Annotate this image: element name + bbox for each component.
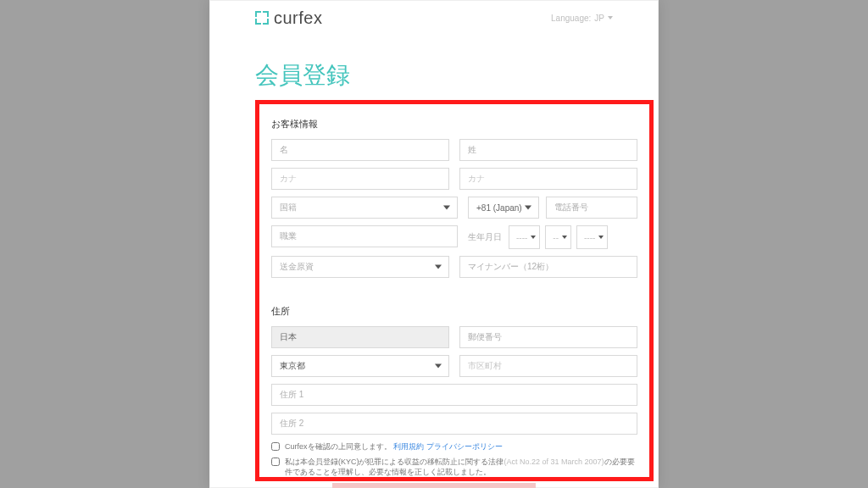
brand-logo: curfex (255, 8, 322, 28)
language-label: Language: (551, 14, 591, 23)
last-name-input[interactable]: 姓 (459, 139, 637, 161)
header: curfex Language: JP (209, 0, 659, 36)
kyc-checkbox[interactable] (271, 458, 280, 466)
dob-month-select[interactable]: -- (545, 225, 571, 249)
section-address: 住所 (271, 305, 637, 318)
dob-day-select[interactable]: ---- (576, 225, 608, 249)
submit-button-clipped[interactable] (332, 483, 536, 488)
kyc-checkbox-row: 私は本会員登録(KYC)が犯罪による収益の移転防止に関する法律(Act No.2… (271, 457, 637, 477)
address1-input[interactable]: 住所 1 (271, 384, 637, 406)
occupation-input[interactable]: 職業 (271, 225, 458, 247)
chevron-down-icon (608, 16, 613, 19)
kyc-text: 私は本会員登録(KYC)が犯罪による収益の移転防止に関する法律(Act No.2… (285, 457, 637, 477)
country-field: 日本 (271, 326, 449, 348)
logo-mark-icon (255, 11, 269, 25)
terms-checkbox[interactable] (271, 442, 280, 451)
dob-group: 生年月日 ---- -- ---- (468, 225, 637, 249)
section-customer-info: お客様情報 (271, 118, 637, 130)
chevron-down-icon (443, 206, 450, 210)
language-switcher[interactable]: Language: JP (551, 14, 613, 23)
chevron-down-icon (562, 236, 567, 239)
chevron-down-icon (531, 236, 536, 239)
highlight-box: お客様情報 名 姓 カナ カナ 国籍 +81 (Japan) 電話番号 職業 生… (255, 100, 654, 481)
postal-code-input[interactable]: 郵便番号 (459, 326, 637, 348)
address2-input[interactable]: 住所 2 (271, 413, 637, 435)
remittance-source-select[interactable]: 送金原資 (271, 256, 449, 278)
terms-checkbox-row: Curfexを確認の上同意します。 利用規約 プライバシーポリシー (271, 441, 637, 452)
chevron-down-icon (525, 206, 531, 210)
phone-input[interactable]: 電話番号 (546, 197, 637, 219)
page-title: 会員登録 (209, 36, 659, 105)
chevron-down-icon (435, 265, 442, 269)
last-name-kana-input[interactable]: カナ (459, 168, 637, 190)
privacy-link[interactable]: プライバシーポリシー (426, 442, 503, 451)
city-input[interactable]: 市区町村 (459, 355, 637, 377)
chevron-down-icon (598, 236, 604, 239)
brand-name: curfex (274, 8, 322, 28)
registration-form: お客様情報 名 姓 カナ カナ 国籍 +81 (Japan) 電話番号 職業 生… (259, 104, 649, 477)
nationality-select[interactable]: 国籍 (271, 197, 458, 219)
first-name-input[interactable]: 名 (271, 139, 449, 161)
terms-text: Curfexを確認の上同意します。 利用規約 プライバシーポリシー (285, 441, 503, 452)
dial-code-select[interactable]: +81 (Japan) (468, 197, 539, 219)
dob-year-select[interactable]: ---- (509, 225, 540, 249)
dob-label: 生年月日 (468, 231, 502, 243)
language-current: JP (594, 14, 604, 23)
prefecture-select[interactable]: 東京都 (271, 355, 449, 377)
terms-link[interactable]: 利用規約 (393, 442, 424, 451)
chevron-down-icon (435, 364, 442, 369)
mynumber-input[interactable]: マイナンバー（12桁） (459, 256, 637, 278)
first-name-kana-input[interactable]: カナ (271, 168, 449, 190)
